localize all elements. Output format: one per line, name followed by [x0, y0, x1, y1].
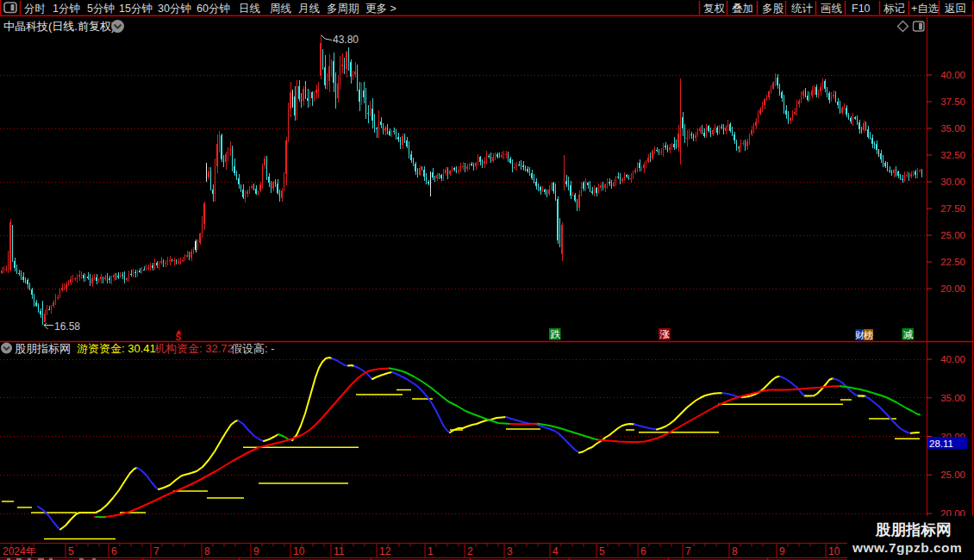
svg-text:27.50: 27.50 — [940, 203, 965, 214]
svg-text:7: 7 — [685, 545, 691, 557]
svg-text:多周期: 多周期 — [327, 3, 359, 15]
svg-text:10: 10 — [293, 545, 305, 557]
svg-text:分时: 分时 — [24, 3, 46, 15]
svg-text:5: 5 — [68, 545, 74, 557]
svg-text:8: 8 — [732, 545, 738, 557]
svg-text:游资资金: 30.41: 游资资金: 30.41 — [77, 342, 156, 355]
svg-text:+自选: +自选 — [911, 3, 939, 15]
svg-text:15分钟: 15分钟 — [119, 3, 153, 15]
svg-text:日线: 日线 — [239, 3, 260, 15]
svg-text:60分钟: 60分钟 — [197, 3, 230, 15]
svg-text:1分钟: 1分钟 — [53, 3, 80, 15]
svg-text:9: 9 — [253, 545, 259, 557]
svg-text:5: 5 — [599, 545, 605, 557]
svg-text:40.00: 40.00 — [940, 354, 965, 364]
svg-text:1: 1 — [428, 545, 434, 557]
svg-text:20.00: 20.00 — [940, 283, 965, 294]
svg-text:股朋指标网: 股朋指标网 — [15, 342, 71, 355]
svg-text:37.50: 37.50 — [940, 96, 965, 107]
svg-text:统计: 统计 — [791, 3, 814, 15]
svg-text:假设高: -: 假设高: - — [231, 342, 275, 355]
svg-text:9: 9 — [779, 545, 785, 557]
svg-text:F10: F10 — [852, 3, 871, 15]
svg-text:25.00: 25.00 — [940, 470, 965, 480]
svg-text:16.58: 16.58 — [54, 320, 80, 333]
svg-text:12: 12 — [379, 545, 391, 557]
svg-text:22.50: 22.50 — [940, 257, 965, 267]
svg-text:10: 10 — [828, 545, 840, 557]
svg-text:11: 11 — [334, 545, 345, 557]
svg-text:股朋指标网: 股朋指标网 — [875, 521, 952, 538]
svg-text:43.80: 43.80 — [333, 34, 359, 46]
svg-text:复权: 复权 — [703, 3, 726, 15]
svg-text:跌: 跌 — [551, 329, 561, 339]
svg-text:机构资金: 32.72: 机构资金: 32.72 — [154, 342, 234, 355]
svg-text:月线: 月线 — [298, 3, 320, 15]
svg-text:25.00: 25.00 — [940, 230, 965, 240]
svg-text:S: S — [176, 333, 182, 342]
svg-text:2024年: 2024年 — [3, 545, 36, 557]
svg-text:2: 2 — [467, 545, 473, 557]
svg-text:7: 7 — [153, 545, 159, 557]
svg-text:标记: 标记 — [883, 3, 905, 15]
svg-text:多股: 多股 — [762, 3, 784, 15]
svg-text:40.00: 40.00 — [940, 70, 965, 80]
svg-text:涨: 涨 — [660, 329, 671, 339]
svg-text:28.11: 28.11 — [929, 439, 953, 449]
svg-text:5分钟: 5分钟 — [87, 3, 115, 15]
svg-text:更多 >: 更多 > — [365, 3, 396, 15]
svg-text:减: 减 — [903, 329, 914, 339]
svg-text:画线: 画线 — [821, 3, 842, 15]
svg-text:4: 4 — [553, 545, 559, 557]
svg-text:3: 3 — [507, 545, 513, 557]
svg-text:中晶科技(日线.前复权): 中晶科技(日线.前复权) — [3, 20, 115, 33]
svg-text:30.00: 30.00 — [940, 177, 965, 187]
svg-text:32.50: 32.50 — [940, 150, 965, 160]
svg-text:榜: 榜 — [864, 330, 873, 340]
svg-text:周线: 周线 — [270, 3, 291, 15]
svg-text:返回: 返回 — [945, 3, 966, 15]
svg-text:6: 6 — [640, 545, 646, 557]
svg-text:8: 8 — [204, 545, 210, 557]
svg-text:35.00: 35.00 — [940, 123, 965, 134]
svg-text:6: 6 — [111, 545, 117, 557]
svg-text:叠加: 叠加 — [732, 3, 753, 15]
svg-text:www.7gpzb.com: www.7gpzb.com — [852, 540, 962, 555]
svg-text:30分钟: 30分钟 — [158, 3, 191, 15]
svg-text:35.00: 35.00 — [940, 393, 965, 403]
